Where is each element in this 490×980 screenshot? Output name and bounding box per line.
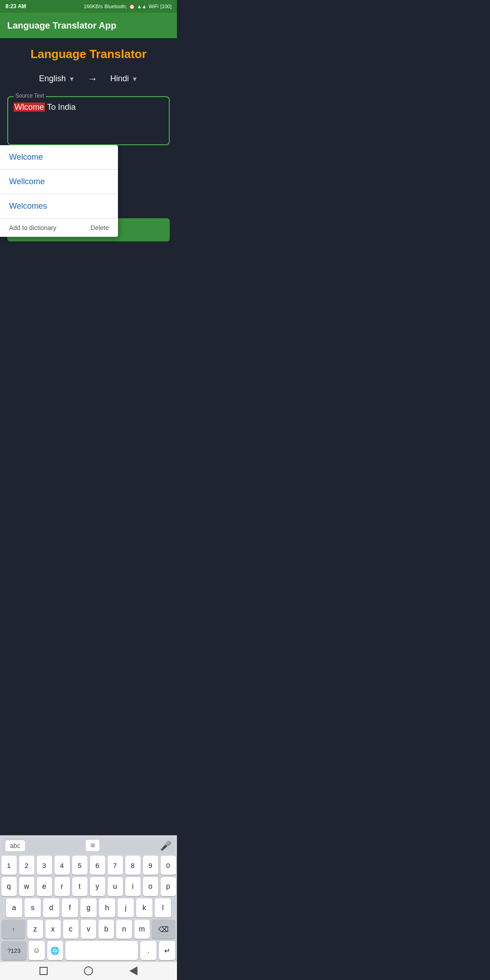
target-language-dropdown[interactable]: Hindi ▼ xyxy=(107,72,142,85)
battery-icon: [100] xyxy=(161,4,172,9)
bluetooth-icon: Bluetooth; xyxy=(104,4,127,9)
target-language-label: Hindi xyxy=(110,74,129,83)
app-bar: Language Translator App xyxy=(0,13,177,38)
status-time: 8:23 AM xyxy=(5,3,26,10)
source-text-input[interactable]: Wlcome To India xyxy=(14,103,163,139)
alarm-icon: ⏰ xyxy=(129,4,135,10)
status-bar: 8:23 AM 166KB/s Bluetooth; ⏰ ▲▲ WiFi [10… xyxy=(0,0,177,13)
spell-item-welcome[interactable]: Welcome xyxy=(0,145,118,170)
signal-icon: ▲▲ xyxy=(137,4,147,9)
add-to-dictionary-label[interactable]: Add to dictionary xyxy=(9,224,56,231)
spell-item-wellcome[interactable]: Wellcome xyxy=(0,170,118,194)
target-chevron-icon: ▼ xyxy=(132,75,138,83)
spell-footer: Add to dictionary Delete xyxy=(0,219,118,237)
spell-item-welcomes[interactable]: Welcomes xyxy=(0,194,118,219)
language-row: English ▼ → Hindi ▼ xyxy=(7,72,170,85)
page-title: Language Translator xyxy=(7,47,170,61)
status-icons: 166KB/s Bluetooth; ⏰ ▲▲ WiFi [100] xyxy=(84,4,172,10)
source-language-dropdown[interactable]: English ▼ xyxy=(35,72,78,85)
source-language-label: English xyxy=(39,74,66,83)
spell-dropdown: Welcome Wellcome Welcomes Add to diction… xyxy=(0,145,118,237)
app-title: Language Translator App xyxy=(7,20,116,31)
source-text-label: Source Text xyxy=(14,93,46,99)
source-text-rest: To India xyxy=(47,103,76,112)
misspelled-word: Wlcome xyxy=(14,103,45,112)
status-speed: 166KB/s xyxy=(84,4,103,9)
delete-label[interactable]: Delete xyxy=(91,224,109,231)
source-chevron-icon: ▼ xyxy=(69,75,75,83)
source-text-container: Source Text Wlcome To India xyxy=(7,96,170,145)
translation-direction-icon: → xyxy=(88,73,98,85)
wifi-icon: WiFi xyxy=(149,4,159,9)
